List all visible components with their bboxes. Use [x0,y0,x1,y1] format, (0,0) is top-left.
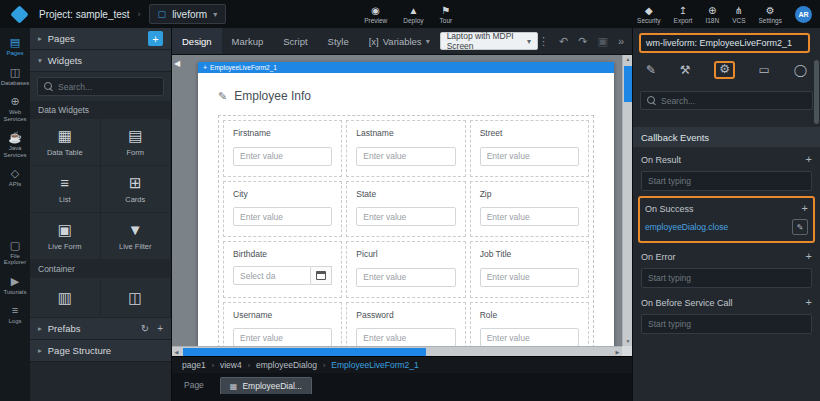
container-header[interactable]: Container [30,260,171,278]
events-gear-icon[interactable]: ⚙ [714,61,735,79]
field-birthdate[interactable]: Birthdate [223,241,342,298]
add-handler-icon[interactable]: + [802,203,808,214]
export-button[interactable]: ↥ Export [674,5,693,24]
security-button[interactable]: ◆ Security [637,5,660,24]
preview-button[interactable]: ◉ Preview [364,5,387,24]
rail-item-logs[interactable]: ≡ Logs [0,300,30,330]
widget-list[interactable]: ≡ List [30,166,101,213]
properties-search[interactable] [640,91,813,110]
horizontal-scroll-thumb[interactable] [183,348,426,356]
styles-icon[interactable]: ⚒ [680,64,691,77]
collapse-left-panel-icon[interactable]: ◀ [174,59,180,68]
zip-input[interactable] [480,207,579,226]
scroll-left-icon[interactable]: ◀ [172,347,181,356]
tab-style[interactable]: Style [318,28,359,54]
on-error-input[interactable] [641,268,812,288]
rail-item-apis[interactable]: ◇ APIs [0,163,30,193]
tab-design[interactable]: Design [172,28,222,54]
refresh-icon[interactable]: ↻ [141,323,149,334]
field-street[interactable]: Street [470,120,589,177]
scroll-right-icon[interactable]: ▶ [613,347,622,356]
save-icon[interactable]: ▣ [597,35,607,48]
deploy-button[interactable]: ▲ Deploy [403,5,423,24]
device-icon[interactable]: ▭ [759,64,770,77]
add-prefab-button[interactable]: + [157,323,163,334]
data-widgets-header[interactable]: Data Widgets [30,101,171,119]
picurl-input[interactable] [356,268,455,287]
on-success-handler-link[interactable]: employeeDialog.close [645,222,728,232]
widget-selection-bar[interactable]: +EmployeeLiveForm2_1 [198,62,614,73]
breadcrumb-current[interactable]: EmployeeLiveForm2_1 [331,360,418,370]
i18n-button[interactable]: ⊕ I18N [705,5,719,24]
panel-scrollbar-thumb[interactable] [814,60,819,124]
rail-item-java-services[interactable]: ☕ Java Services [0,127,30,163]
lastname-input[interactable] [356,147,455,166]
on-result-input[interactable] [641,171,812,191]
form-title-row[interactable]: ✎ Employee Info [218,89,594,103]
add-handler-icon[interactable]: + [806,154,812,165]
widget-form[interactable]: ▤ Form [101,119,172,166]
vcs-button[interactable]: ⋔ VCS [732,5,745,24]
widget-search-input[interactable] [58,82,158,92]
expand-right-icon[interactable]: » [618,35,624,47]
breadcrumb-employeedialog[interactable]: employeeDialog [256,360,317,370]
state-input[interactable] [356,207,455,226]
variables-dropdown[interactable]: [x] Variables ▾ [369,36,430,47]
password-input[interactable] [356,328,455,347]
tab-script[interactable]: Script [273,28,317,54]
username-input[interactable] [233,328,332,347]
page-structure-section-header[interactable]: ▸ Page Structure [30,340,171,362]
field-job-title[interactable]: Job Title [470,241,589,298]
on-before-service-call-input[interactable] [641,314,812,334]
widget-live-form[interactable]: ▣ Live Form [30,213,101,260]
rail-item-file-explorer[interactable]: ▢ File Explorer [0,235,30,271]
field-city[interactable]: City [223,181,342,238]
undo-icon[interactable]: ↶ [559,35,568,48]
user-avatar[interactable]: AR [795,6,812,23]
properties-search-input[interactable] [661,96,761,106]
redo-icon[interactable]: ↷ [578,35,587,48]
job-title-input[interactable] [480,268,579,287]
properties-pencil-icon[interactable]: ✎ [646,64,656,77]
calendar-button[interactable] [311,266,332,285]
design-canvas[interactable]: ◀ +EmployeeLiveForm2_1 ✎ Employee Info F… [172,55,632,356]
device-select[interactable]: Laptop with MDPI Screen ▾ [440,32,538,50]
add-page-button[interactable]: + [148,31,163,46]
prefabs-section-header[interactable]: ▸ Prefabs ↻+ [30,318,171,340]
widgets-section-header[interactable]: ▾ Widgets [30,50,171,72]
tab-markup[interactable]: Markup [222,28,274,54]
rail-item-pages[interactable]: ▤ Pages [0,32,30,62]
widget-data-table[interactable]: ▦ Data Table [30,119,101,166]
canvas-page[interactable]: +EmployeeLiveForm2_1 ✎ Employee Info Fir… [198,62,614,356]
field-zip[interactable]: Zip [470,181,589,238]
firstname-input[interactable] [233,147,332,166]
breadcrumb-page1[interactable]: page1 [182,360,206,370]
field-picurl[interactable]: Picurl [346,241,465,298]
scroll-up-icon[interactable]: ▲ [623,55,632,64]
widget-container-2[interactable]: ◫ [101,278,172,318]
canvas-horizontal-scrollbar[interactable]: ◀ ▶ [172,346,622,356]
liveform-widget[interactable]: ✎ Employee Info Firstname Lastname [198,73,614,356]
rail-item-web-services[interactable]: ⊕ Web Services [0,91,30,127]
scroll-down-icon[interactable]: ▼ [623,337,632,346]
breadcrumb-view4[interactable]: view4 [220,360,242,370]
tour-button[interactable]: ⚑ Tour [440,5,453,24]
field-state[interactable]: State [346,181,465,238]
widget-container-1[interactable]: ▥ [30,278,101,318]
more-options-icon[interactable]: ⋮ [538,35,549,48]
field-lastname[interactable]: Lastname [346,120,465,177]
canvas-vertical-scrollbar[interactable]: ▲ ▼ [622,55,632,346]
widget-cards[interactable]: ⊞ Cards [101,166,172,213]
field-firstname[interactable]: Firstname [223,120,342,177]
street-input[interactable] [480,147,579,166]
edit-handler-button[interactable]: ✎ [792,219,808,235]
city-input[interactable] [233,207,332,226]
birthdate-input[interactable] [233,266,311,285]
widget-live-filter[interactable]: ▼ Live Filter [101,213,172,260]
accessibility-circle-icon[interactable]: ◯ [794,64,807,77]
add-handler-icon[interactable]: + [806,251,812,262]
settings-button[interactable]: ⚙ Settings [759,5,783,24]
page-selector-dropdown[interactable]: ▢ liveform ▾ [149,4,227,24]
widget-search[interactable] [37,77,164,96]
vertical-scroll-thumb[interactable] [624,66,632,102]
